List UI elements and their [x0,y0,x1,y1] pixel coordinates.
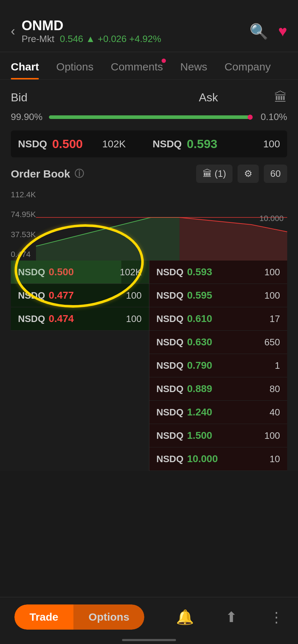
ask-qty-3: 17 [270,313,280,325]
progress-dot [248,115,253,120]
trade-button[interactable]: Trade [14,604,73,630]
asks-column: NSDQ 0.593 100 NSDQ 0.595 100 NSDQ 0.610… [149,261,288,471]
ask-row-3: NSDQ 0.610 17 [149,307,288,331]
info-icon[interactable]: ⓘ [74,167,84,180]
header: ‹ ONMD Pre-Mkt 0.546 ▲ +0.026 +4.92% 🔍 ♥ [0,0,298,52]
bid-qty: 102K [102,138,126,150]
share-icon[interactable]: ⬆ [225,609,238,625]
tab-chart[interactable]: Chart [11,52,39,79]
chart-right-label: 10.000 [259,214,284,223]
bid-pct: 99.90% [11,111,43,123]
size-button[interactable]: 60 [264,165,287,183]
tab-options[interactable]: Options [56,52,93,79]
ask-row-9: NSDQ 10.000 10 [149,447,288,471]
bid-exchange-2: NSDQ [18,290,45,301]
bank-icon: 🏛 [274,90,287,105]
back-button[interactable]: ‹ [11,24,15,39]
ask-exchange-7: NSDQ [157,407,184,418]
ask-price-9: 10.000 [187,453,218,465]
search-icon[interactable]: 🔍 [249,23,268,40]
ask-price: 0.593 [187,137,217,151]
svg-marker-0 [36,217,180,261]
bid-ask-current-row: NSDQ 0.500 102K NSDQ 0.593 100 [11,130,287,157]
header-right: 🔍 ♥ [249,23,287,40]
premarket-change-pct: +4.92% [129,33,161,44]
ask-side: NSDQ 0.593 100 [153,137,280,151]
bid-side: NSDQ 0.500 102K [18,137,145,151]
ticker-symbol: ONMD [22,18,161,33]
ask-qty-7: 40 [270,407,280,418]
alert-icon[interactable]: 🔔 [176,609,194,626]
premarket-label: Pre-Mkt [22,33,54,44]
ask-price-8: 1.500 [187,430,212,441]
bid-price-3: 0.474 [49,313,74,325]
ask-qty-9: 10 [270,454,280,465]
ask-qty: 100 [263,138,280,150]
ask-pct: 0.10% [258,111,287,123]
chart-y-label-3: 37.53K [11,230,36,239]
chart-y-label-1: 112.4K [11,190,36,199]
chart-y-label-2: 74.95K [11,210,36,219]
chart-y-label-4: 0.474 [11,250,36,259]
ask-price-3: 0.610 [187,313,212,325]
ask-qty-6: 80 [270,383,280,395]
ask-row-8: NSDQ 1.500 100 [149,424,288,447]
tab-company[interactable]: Company [225,52,271,79]
ticker-info: ONMD Pre-Mkt 0.546 ▲ +0.026 +4.92% [22,18,161,45]
options-button[interactable]: Options [73,604,144,630]
order-book-controls: 🏛 (1) ⚙ 60 [196,165,287,183]
bid-qty-2: 100 [126,290,141,301]
order-book-table: NSDQ 0.500 102K NSDQ 0.477 100 NSDQ 0.47… [11,261,287,471]
ask-exchange-9: NSDQ [157,454,184,465]
header-left: ‹ ONMD Pre-Mkt 0.546 ▲ +0.026 +4.92% [11,18,161,45]
chart-body: 10.000 [36,189,287,261]
tab-news[interactable]: News [180,52,207,79]
bank-filter-button[interactable]: 🏛 (1) [196,165,232,183]
order-book-title: Order Book ⓘ [11,167,84,180]
progress-track [49,115,253,119]
svg-marker-1 [180,217,287,261]
ask-price-4: 0.630 [187,336,212,348]
bid-label: Bid [11,91,27,104]
bottom-navigation: Trade Options 🔔 ⬆ ⋮ [0,597,298,644]
ask-label: Ask [199,91,218,104]
bid-row-3: NSDQ 0.474 100 [11,307,149,331]
bid-qty-3: 100 [126,313,141,325]
tab-bar: Chart Options Comments News Company [0,52,298,80]
tab-comments[interactable]: Comments [111,52,163,79]
ask-row-7: NSDQ 1.240 40 [149,401,288,424]
ask-qty-1: 100 [265,267,280,278]
home-indicator [122,639,176,641]
ask-exchange-1: NSDQ [157,267,184,278]
ask-exchange-3: NSDQ [157,313,184,325]
more-icon[interactable]: ⋮ [269,609,284,625]
order-book-header: Order Book ⓘ 🏛 (1) ⚙ 60 [11,165,287,183]
main-content: Bid Ask 🏛 99.90% 0.10% NSDQ 0.500 102K N… [0,80,298,471]
bid-row-2: NSDQ 0.477 100 [11,284,149,307]
filter-button[interactable]: ⚙ [238,165,259,183]
ask-price-7: 1.240 [187,406,212,418]
ask-row-4: NSDQ 0.630 650 [149,331,288,354]
bid-ask-header: Bid Ask 🏛 [11,90,287,105]
bid-ask-progress-row: 99.90% 0.10% [11,111,287,123]
heart-icon[interactable]: ♥ [278,23,287,40]
ask-qty-8: 100 [265,430,280,441]
bid-exchange-3: NSDQ [18,313,45,325]
progress-fill [49,115,252,119]
ask-price-2: 0.595 [187,290,212,301]
ask-price-6: 0.889 [187,383,212,395]
chart-y-labels: 112.4K 74.95K 37.53K 0.474 [11,189,36,261]
ask-exchange-4: NSDQ [157,337,184,348]
ask-exchange-6: NSDQ [157,383,184,395]
ask-row-2: NSDQ 0.595 100 [149,284,288,307]
ask-exchange: NSDQ [153,138,182,150]
bid-qty-1: 102K [120,267,142,278]
bid-price-2: 0.477 [49,290,74,301]
premarket-change: +0.026 [98,33,127,44]
ask-price-1: 0.593 [187,266,212,278]
ask-row-1: NSDQ 0.593 100 [149,261,288,284]
ask-exchange-8: NSDQ [157,430,184,441]
bid-price: 0.500 [52,137,83,151]
bid-exchange: NSDQ [18,138,47,150]
comments-notification-dot [162,59,166,63]
